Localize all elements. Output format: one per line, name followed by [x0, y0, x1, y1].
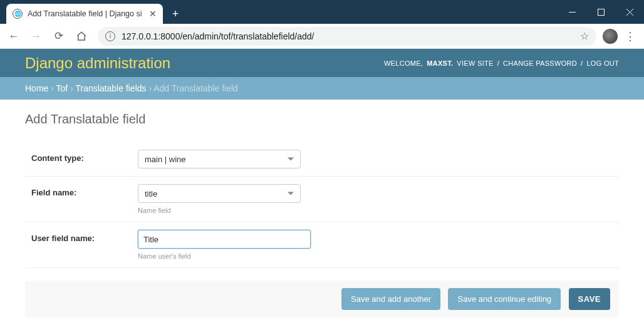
submit-row: Save and add another Save and continue e…	[25, 281, 619, 317]
user-field-name-label: User field name:	[31, 230, 138, 243]
home-button[interactable]	[71, 26, 91, 46]
minimize-button[interactable]	[558, 0, 586, 24]
forward-button[interactable]: →	[26, 26, 46, 46]
content-type-label: Content type:	[31, 150, 138, 163]
change-password-link[interactable]: CHANGE PASSWORD	[503, 59, 577, 67]
breadcrumb: Home › Tof › Translatable fields › Add T…	[0, 77, 644, 100]
form-row-content-type: Content type: main | wine	[25, 142, 619, 177]
reload-button[interactable]: ⟳	[49, 26, 69, 46]
breadcrumb-home[interactable]: Home	[25, 83, 48, 93]
svg-rect-1	[598, 9, 604, 15]
browser-toolbar: ← → ⟳ i 127.0.0.1:8000/en/admin/tof/tran…	[0, 24, 644, 49]
breadcrumb-current: Add Translatable field	[153, 83, 238, 93]
field-name-help: Name field	[138, 207, 613, 214]
welcome-text: WELCOME,	[384, 59, 423, 67]
form-row-user-field-name: User field name: Name user's field	[25, 222, 619, 268]
site-info-icon[interactable]: i	[105, 31, 115, 41]
page-title: Add Translatable field	[25, 112, 619, 126]
browser-menu-button[interactable]: ⋮	[620, 29, 640, 43]
content-main: Add Translatable field Content type: mai…	[0, 100, 644, 320]
field-name-label: Field name:	[31, 184, 138, 197]
chevron-down-icon	[288, 192, 294, 195]
content-type-select[interactable]: main | wine	[138, 150, 301, 168]
user-field-name-help: Name user's field	[138, 252, 613, 260]
globe-icon: 🌐	[13, 9, 23, 19]
admin-header: Django administration WELCOME, MAXST. VI…	[0, 49, 644, 77]
back-button[interactable]: ←	[4, 26, 24, 46]
maximize-button[interactable]	[586, 0, 615, 24]
close-tab-icon[interactable]: ✕	[149, 9, 157, 19]
field-name-select[interactable]: title	[138, 184, 301, 203]
user-field-name-input[interactable]	[138, 230, 311, 249]
breadcrumb-model[interactable]: Translatable fields	[75, 83, 146, 93]
url-text: 127.0.0.1:8000/en/admin/tof/translatable…	[122, 31, 314, 41]
bookmark-icon[interactable]: ☆	[580, 30, 589, 42]
username: MAXST.	[427, 59, 453, 67]
browser-tab[interactable]: 🌐 Add Translatable field | Django si ✕	[6, 4, 163, 24]
user-tools: WELCOME, MAXST. VIEW SITE / CHANGE PASSW…	[384, 59, 619, 67]
field-name-value: title	[145, 189, 157, 199]
breadcrumb-app[interactable]: Tof	[56, 83, 68, 93]
site-branding: Django administration	[25, 54, 170, 72]
save-add-another-button[interactable]: Save and add another	[341, 288, 440, 310]
save-button[interactable]: SAVE	[569, 288, 610, 310]
profile-avatar[interactable]	[603, 29, 618, 44]
chevron-down-icon	[288, 158, 294, 161]
form-row-field-name: Field name: title Name field	[25, 177, 619, 222]
new-tab-button[interactable]: +	[167, 5, 184, 23]
save-continue-button[interactable]: Save and continue editing	[448, 288, 561, 310]
view-site-link[interactable]: VIEW SITE	[457, 59, 493, 67]
window-controls	[558, 0, 644, 24]
logout-link[interactable]: LOG OUT	[586, 59, 619, 67]
tab-title: Add Translatable field | Django si	[28, 9, 145, 18]
window-titlebar: 🌐 Add Translatable field | Django si ✕ +	[0, 0, 644, 24]
content-type-value: main | wine	[145, 155, 186, 164]
address-bar[interactable]: i 127.0.0.1:8000/en/admin/tof/translatab…	[98, 27, 596, 46]
close-window-button[interactable]	[615, 0, 644, 24]
